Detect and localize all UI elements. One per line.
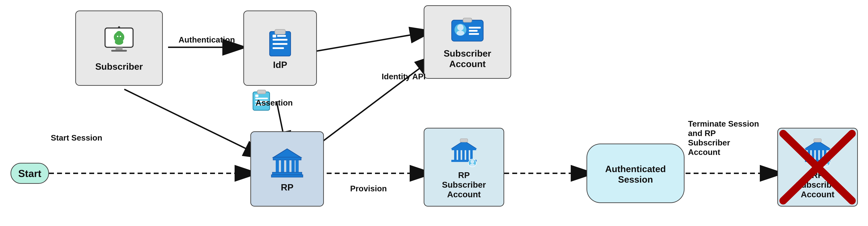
svg-point-16 <box>116 31 122 37</box>
start-session-label: Start Session <box>51 133 102 142</box>
rp-icon <box>270 145 305 180</box>
subscriber-icon <box>101 25 136 60</box>
svg-rect-49 <box>466 150 469 160</box>
svg-line-9 <box>308 32 431 53</box>
svg-point-18 <box>117 36 118 37</box>
svg-line-10 <box>308 56 436 152</box>
svg-rect-32 <box>469 30 477 32</box>
start-node: Start <box>10 163 49 184</box>
rp-subscriber-account-node: RPSubscriberAccount <box>424 128 504 206</box>
svg-rect-41 <box>296 160 299 172</box>
svg-point-29 <box>457 24 464 31</box>
authentication-label: Authentication <box>179 35 235 44</box>
idp-node: IdP <box>243 10 317 86</box>
subscriber-account-node: SubscriberAccount <box>424 5 511 79</box>
svg-point-17 <box>115 39 123 45</box>
svg-point-53 <box>470 160 474 163</box>
identity-api-label: Identity API <box>382 72 426 81</box>
svg-rect-38 <box>281 160 284 172</box>
idp-icon <box>265 26 295 58</box>
subscriber-account-icon <box>450 15 485 46</box>
diagram-container: Start Subscriber <box>0 0 868 226</box>
svg-rect-24 <box>273 47 284 49</box>
provision-label: Provision <box>350 184 387 193</box>
svg-rect-50 <box>470 150 473 160</box>
svg-rect-40 <box>291 160 294 172</box>
idp-label: IdP <box>273 60 287 70</box>
svg-point-54 <box>470 163 475 167</box>
svg-rect-48 <box>462 150 465 160</box>
svg-rect-46 <box>454 150 457 160</box>
svg-rect-13 <box>116 47 123 50</box>
authenticated-session-label: AuthenticatedSession <box>605 164 666 185</box>
svg-rect-31 <box>469 27 481 29</box>
subscriber-label: Subscriber <box>95 61 143 72</box>
svg-rect-45 <box>452 148 476 150</box>
svg-marker-35 <box>273 149 301 158</box>
svg-point-12 <box>118 26 120 28</box>
subscriber-account-label: SubscriberAccount <box>444 48 491 69</box>
rp-node: RP <box>250 131 324 206</box>
svg-point-30 <box>457 31 464 36</box>
cross-overlay <box>778 128 857 206</box>
svg-rect-25 <box>273 35 276 37</box>
subscriber-node: Subscriber <box>75 10 163 86</box>
terminate-label: Terminate Sessionand RPSubscriberAccount <box>688 119 759 157</box>
svg-rect-33 <box>469 33 479 35</box>
assertion-label: Assertion <box>256 98 293 107</box>
authenticated-session-node: AuthenticatedSession <box>587 143 684 203</box>
rp-subscriber-account-icon <box>448 135 480 169</box>
svg-rect-37 <box>276 160 279 172</box>
svg-rect-39 <box>286 160 289 172</box>
svg-line-8 <box>124 89 265 158</box>
svg-point-19 <box>120 36 121 37</box>
svg-rect-34 <box>463 18 472 22</box>
svg-rect-75 <box>255 95 258 97</box>
rp-subscriber-account-label: RPSubscriberAccount <box>442 170 486 199</box>
rp-label: RP <box>281 182 293 193</box>
svg-rect-14 <box>111 50 127 52</box>
svg-rect-26 <box>277 35 286 37</box>
start-label: Start <box>18 167 41 179</box>
svg-rect-22 <box>273 39 287 41</box>
svg-rect-43 <box>271 175 303 177</box>
svg-rect-71 <box>257 90 266 94</box>
svg-rect-23 <box>273 43 287 45</box>
svg-rect-55 <box>460 139 468 142</box>
svg-rect-47 <box>458 150 461 160</box>
svg-rect-36 <box>273 157 301 160</box>
rp-subscriber-account-end-node: RPSubscriberAccount <box>777 128 858 206</box>
svg-rect-21 <box>275 29 285 34</box>
